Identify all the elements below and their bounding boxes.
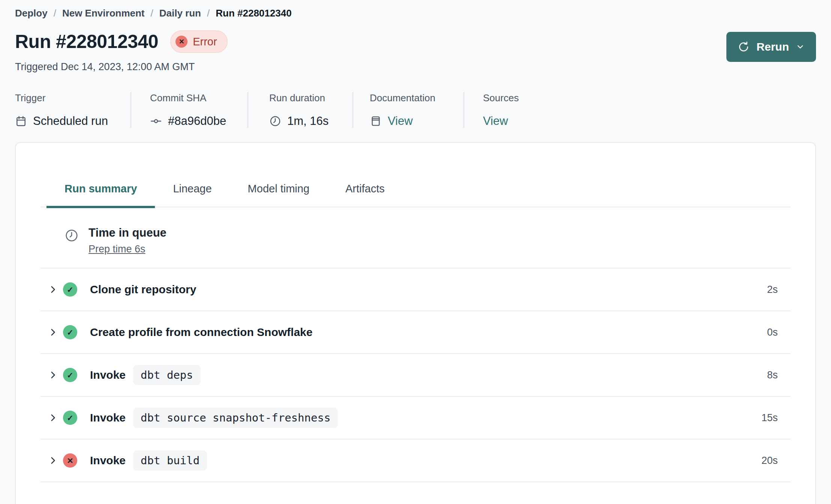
- documentation-view-link[interactable]: View: [388, 114, 413, 128]
- meta-label: Trigger: [15, 92, 130, 104]
- command-chip: dbt source snapshot-freshness: [133, 408, 338, 428]
- run-meta-row: Trigger Scheduled run Commit SHA: [15, 92, 816, 128]
- tab-run-summary[interactable]: Run summary: [46, 182, 155, 208]
- step-row-create-profile: Create profile from connection Snowflake…: [40, 311, 790, 354]
- step-row-dbt-source-freshness: Invoke dbt source snapshot-freshness 15s: [40, 397, 790, 440]
- status-badge-label: Error: [193, 36, 217, 48]
- step-label: Invoke: [90, 454, 126, 467]
- error-x-icon: [63, 453, 77, 468]
- page-title: Run #228012340: [15, 31, 158, 52]
- step-duration: 15s: [761, 412, 778, 424]
- meta-sources: Sources View: [464, 92, 541, 128]
- breadcrumb-item-deploy[interactable]: Deploy: [15, 8, 48, 19]
- breadcrumb-separator: /: [151, 8, 153, 19]
- trigger-value: Scheduled run: [33, 114, 108, 128]
- chevron-right-icon[interactable]: [48, 456, 58, 465]
- step-row-clone-git: Clone git repository 2s: [40, 268, 790, 311]
- meta-label: Sources: [483, 92, 519, 104]
- chevron-right-icon[interactable]: [48, 370, 58, 380]
- refresh-icon: [738, 41, 750, 53]
- triggered-timestamp: Triggered Dec 14, 2023, 12:00 AM GMT: [15, 61, 228, 73]
- chevron-down-icon: [796, 42, 805, 51]
- step-row-dbt-deps: Invoke dbt deps 8s: [40, 354, 790, 397]
- breadcrumb: Deploy / New Environment / Daily run / R…: [15, 8, 816, 19]
- meta-label: Commit SHA: [150, 92, 248, 104]
- step-label: Invoke: [90, 411, 126, 424]
- step-duration: 2s: [767, 284, 778, 296]
- breadcrumb-separator: /: [54, 8, 56, 19]
- step-label: Create profile from connection Snowflake: [90, 326, 312, 339]
- success-check-icon: [63, 368, 77, 382]
- meta-documentation: Documentation View: [353, 92, 464, 128]
- run-duration-value: 1m, 16s: [287, 114, 328, 128]
- sources-view-link[interactable]: View: [483, 114, 508, 128]
- prep-time-link[interactable]: Prep time 6s: [88, 243, 146, 255]
- queue-title: Time in queue: [88, 226, 166, 240]
- page-header: Run #228012340 ✕ Error Triggered Dec 14,…: [15, 30, 816, 73]
- tab-artifacts[interactable]: Artifacts: [327, 182, 403, 208]
- commit-icon: [150, 115, 162, 127]
- meta-commit-sha: Commit SHA #8a96d0be: [131, 92, 248, 128]
- breadcrumb-separator: /: [207, 8, 210, 19]
- meta-label: Documentation: [370, 92, 464, 104]
- rerun-button-label: Rerun: [756, 40, 789, 53]
- tab-lineage[interactable]: Lineage: [155, 182, 230, 208]
- step-label: Clone git repository: [90, 283, 196, 296]
- chevron-right-icon[interactable]: [48, 413, 58, 423]
- command-chip: dbt deps: [133, 365, 201, 385]
- clock-icon: [64, 228, 79, 243]
- success-check-icon: [63, 325, 77, 339]
- breadcrumb-item-job[interactable]: Daily run: [159, 8, 201, 19]
- run-status-badge: ✕ Error: [170, 30, 227, 53]
- success-check-icon: [63, 282, 77, 297]
- breadcrumb-item-run-current: Run #228012340: [216, 8, 291, 19]
- commit-sha-value: #8a96d0be: [168, 114, 226, 128]
- command-chip: dbt build: [133, 450, 207, 471]
- step-row-dbt-build: Invoke dbt build 20s: [40, 440, 790, 482]
- document-icon: [370, 115, 382, 127]
- error-x-icon: ✕: [176, 36, 188, 48]
- run-detail-page: Deploy / New Environment / Daily run / R…: [0, 0, 831, 504]
- tab-model-timing[interactable]: Model timing: [230, 182, 327, 208]
- chevron-right-icon[interactable]: [48, 285, 58, 294]
- meta-label: Run duration: [269, 92, 352, 104]
- breadcrumb-item-environment[interactable]: New Environment: [62, 8, 145, 19]
- step-duration: 8s: [767, 369, 778, 381]
- meta-run-duration: Run duration 1m, 16s: [248, 92, 353, 128]
- step-label: Invoke: [90, 369, 126, 381]
- success-check-icon: [63, 411, 77, 425]
- step-duration: 0s: [767, 327, 778, 338]
- run-summary-card: Run summary Lineage Model timing Artifac…: [15, 142, 816, 504]
- chevron-right-icon[interactable]: [48, 327, 58, 337]
- clock-icon: [269, 115, 281, 127]
- time-in-queue-section: Time in queue Prep time 6s: [40, 207, 790, 268]
- calendar-icon: [15, 115, 27, 127]
- title-block: Run #228012340 ✕ Error Triggered Dec 14,…: [15, 30, 228, 73]
- tab-bar: Run summary Lineage Model timing Artifac…: [40, 182, 790, 207]
- step-duration: 20s: [761, 455, 778, 466]
- meta-trigger: Trigger Scheduled run: [15, 92, 131, 128]
- rerun-button[interactable]: Rerun: [726, 32, 816, 62]
